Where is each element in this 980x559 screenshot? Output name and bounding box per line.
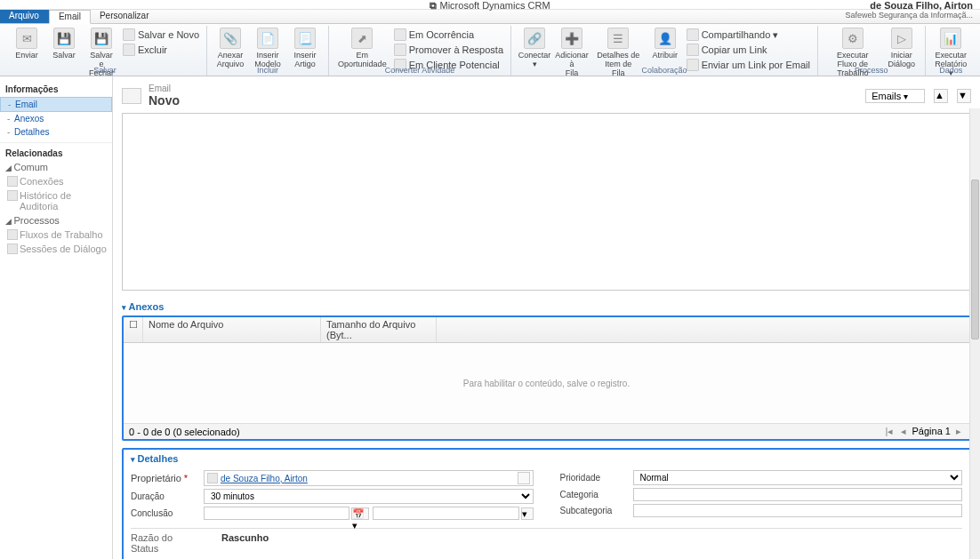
ribbon-group-colab: 🔗Conectar ▾ ➕Adicionar à Fila ☰Detalhes … xyxy=(511,26,818,76)
detalhes-section: Detalhes Proprietário * de Souza Filho, … xyxy=(122,448,971,559)
nav-fluxos[interactable]: Fluxos de Trabalho xyxy=(0,228,112,242)
form-header: Email Novo Emails ▾ ▲ ▼ xyxy=(122,84,971,108)
nav-info-head: Informações xyxy=(0,82,112,97)
ribbon-group-dados: 📊Executar Relatório ▾ Dados xyxy=(926,26,976,76)
nav-related-head: Relacionadas xyxy=(0,142,112,160)
anexos-grid: ☐ Nome do Arquivo Tamanho do Arquivo (By… xyxy=(122,315,971,441)
insert-template-button[interactable]: 📄Inserir Modelo xyxy=(250,26,285,70)
ribbon-group-processo: ⚙Executar Fluxo de Trabalho ▷Iniciar Diá… xyxy=(818,26,926,76)
save-new-button[interactable]: Salvar e Novo xyxy=(121,28,201,42)
proprietario-link[interactable]: de Souza Filho, Airton xyxy=(221,474,308,483)
user-info[interactable]: de Souza Filho, Airton Safeweb Segurança… xyxy=(845,0,973,20)
assign-button[interactable]: 👤Atribuir xyxy=(647,26,683,61)
user-icon xyxy=(207,473,218,483)
title-bar: ⧉ Microsoft Dynamics CRM de Souza Filho,… xyxy=(0,0,980,10)
product-title: ⧉ Microsoft Dynamics CRM xyxy=(430,0,550,12)
lbl-conclusao: Conclusão xyxy=(131,508,195,518)
copy-link-button[interactable]: Copiar um Link xyxy=(685,43,812,57)
nav-detalhes[interactable]: Detalhes xyxy=(0,125,112,139)
status-value: Rascunho xyxy=(221,532,269,554)
record-title: Novo xyxy=(149,93,180,108)
pager-first[interactable]: |◂ xyxy=(883,426,896,436)
nav-anexos[interactable]: Anexos xyxy=(0,112,112,125)
anexos-empty: Para habilitar o conteúdo, salve o regis… xyxy=(124,343,969,423)
col-nome[interactable]: Nome do Arquivo xyxy=(143,317,321,342)
lookup-icon[interactable] xyxy=(518,472,530,484)
col-tamanho[interactable]: Tamanho do Arquivo (Byt... xyxy=(321,317,437,342)
status-bar: Razão do Status Rascunho xyxy=(131,528,962,554)
sidebar: Informações Email Anexos Detalhes Relaci… xyxy=(0,76,113,559)
insert-article-button[interactable]: 📃Inserir Artigo xyxy=(287,26,323,70)
sharing-button[interactable]: Compartilhando ▾ xyxy=(685,28,812,42)
attach-file-button[interactable]: 📎Anexar Arquivo xyxy=(213,26,248,70)
status-label: Razão do Status xyxy=(131,532,195,554)
tab-email[interactable]: Email xyxy=(49,10,91,24)
vertical-scrollbar[interactable] xyxy=(969,108,980,559)
conclusao-time-input[interactable] xyxy=(373,507,518,520)
delete-button[interactable]: Excluir xyxy=(121,43,201,57)
lbl-prioridade: Prioridade xyxy=(560,473,624,483)
content-area: Email Novo Emails ▾ ▲ ▼ Anexos ☐ Nome do… xyxy=(113,76,980,559)
mail-icon xyxy=(122,88,141,104)
save-button[interactable]: 💾Salvar xyxy=(46,26,82,61)
duracao-select[interactable]: 30 minutos xyxy=(204,489,534,504)
section-detalhes-head[interactable]: Detalhes xyxy=(131,453,962,467)
pager-next[interactable]: ▸ xyxy=(953,426,964,436)
to-case-button[interactable]: Em Ocorrência xyxy=(392,28,505,42)
tab-row: Arquivo Email Personalizar xyxy=(0,10,980,24)
subcategoria-input[interactable] xyxy=(633,504,963,517)
lbl-duracao: Duração xyxy=(131,491,195,501)
group-label-dados: Dados xyxy=(926,66,976,75)
prioridade-select[interactable]: Normal xyxy=(633,470,963,485)
group-label-processo: Processo xyxy=(818,66,925,75)
tab-personalize[interactable]: Personalizar xyxy=(91,10,159,23)
connect-button[interactable]: 🔗Conectar ▾ xyxy=(517,26,552,70)
ribbon-group-converter: ⬈Em Oportunidade Em Ocorrência Promover … xyxy=(329,26,511,76)
anexos-count: 0 - 0 de 0 (0 selecionado) xyxy=(129,427,240,437)
lbl-proprietario: Proprietário * xyxy=(131,473,195,483)
view-selector[interactable]: Emails ▾ xyxy=(865,89,925,103)
ribbon-group-incluir: 📎Anexar Arquivo 📄Inserir Modelo 📃Inserir… xyxy=(207,26,329,76)
username: de Souza Filho, Airton xyxy=(845,0,973,11)
pager-prev[interactable]: ◂ xyxy=(898,426,909,436)
group-label-salvar: Salvar xyxy=(4,66,206,75)
time-dropdown-icon[interactable]: ▾ xyxy=(521,507,534,520)
nav-up-button[interactable]: ▲ xyxy=(934,89,948,103)
lbl-categoria: Categoria xyxy=(560,490,624,499)
nav-email[interactable]: Email xyxy=(0,97,112,112)
group-label-colab: Colaboração xyxy=(511,66,817,75)
group-label-converter: Converter Atividade xyxy=(329,66,510,75)
nav-conexoes[interactable]: Conexões xyxy=(0,174,112,188)
section-anexos-head[interactable]: Anexos xyxy=(122,298,971,315)
nav-auditoria[interactable]: Histórico de Auditoria xyxy=(0,188,112,213)
send-button[interactable]: ✉Enviar xyxy=(9,26,44,61)
col-checkbox[interactable]: ☐ xyxy=(124,317,143,342)
email-body-editor[interactable] xyxy=(122,113,971,291)
ribbon-group-salvar: ✉Enviar 💾Salvar 💾Salvar e Fechar Salvar … xyxy=(4,26,207,76)
nav-sessoes[interactable]: Sessões de Diálogo xyxy=(0,242,112,256)
nav-processos[interactable]: ◢ Processos xyxy=(0,213,112,228)
pager-page: Página 1 xyxy=(912,426,951,436)
categoria-input[interactable] xyxy=(633,488,963,501)
group-label-incluir: Incluir xyxy=(207,66,328,75)
org-name: Safeweb Segurança da Informaçã... xyxy=(845,11,973,20)
calendar-icon[interactable]: 📅▾ xyxy=(351,507,369,520)
ribbon: ✉Enviar 💾Salvar 💾Salvar e Fechar Salvar … xyxy=(0,24,980,76)
to-opportunity-button[interactable]: ⬈Em Oportunidade xyxy=(334,26,390,70)
start-dialog-button[interactable]: ▷Iniciar Diálogo xyxy=(884,26,920,70)
tab-file[interactable]: Arquivo xyxy=(0,10,49,23)
nav-down-button[interactable]: ▼ xyxy=(957,89,971,103)
promote-reply-button[interactable]: Promover à Resposta xyxy=(392,43,505,57)
entity-name: Email xyxy=(149,84,180,93)
lbl-subcategoria: Subcategoria xyxy=(560,506,624,515)
nav-comum[interactable]: ◢ Comum xyxy=(0,160,112,174)
conclusao-date-input[interactable] xyxy=(204,507,349,520)
